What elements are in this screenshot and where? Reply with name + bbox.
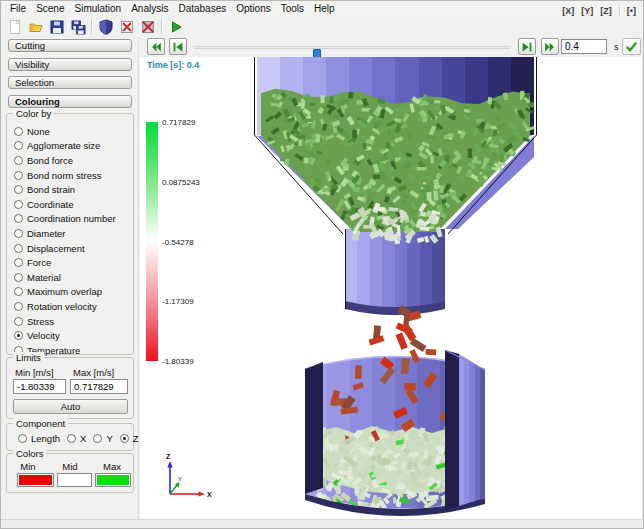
color-by-option-bond-norm-stress[interactable]: Bond norm stress [7,168,133,183]
menu-item-scene[interactable]: Scene [31,2,69,15]
new-file-button[interactable] [4,17,25,36]
color-by-option-bond-force[interactable]: Bond force [7,153,133,168]
component-title: Component [13,418,68,429]
radio-button[interactable] [14,244,23,253]
view-x-button[interactable]: [X] [560,5,576,17]
color-by-option-rotation-velocity[interactable]: Rotation velocity [7,299,133,314]
color-by-option-coordinate[interactable]: Coordinate [7,197,133,212]
radio-button[interactable] [14,127,23,136]
apply-time-button[interactable] [622,38,641,55]
swatch-label-mid: Mid [49,461,91,472]
radio-label: Stress [27,316,54,327]
radio-button[interactable] [14,273,23,282]
color-by-option-agglomerate-size[interactable]: Agglomerate size [7,139,133,154]
radio-button[interactable] [14,302,23,311]
sidebar-section-selection[interactable]: Selection [8,76,132,89]
color-by-option-material[interactable]: Material [7,270,133,285]
radio-button[interactable] [14,200,23,209]
fast-forward-button[interactable] [541,38,559,55]
radio-button[interactable] [93,434,102,443]
view-y-button[interactable]: [Y] [579,5,595,17]
color-swatch-min[interactable] [17,473,54,487]
radio-button[interactable] [14,229,23,238]
fast-backward-button[interactable] [147,38,165,55]
play-button[interactable] [165,17,186,36]
max-limit-input[interactable] [70,379,128,394]
menu-item-databases[interactable]: Databases [173,2,231,15]
menu-item-help[interactable]: Help [309,2,340,15]
menu-item-options[interactable]: Options [231,2,275,15]
component-option-x[interactable]: X [63,432,86,444]
color-by-option-maximum-overlap[interactable]: Maximum overlap [7,285,133,300]
color-by-option-stress[interactable]: Stress [7,314,133,329]
radio-label: Velocity [27,330,60,341]
delete-cross-button[interactable] [116,17,137,36]
radio-button[interactable] [18,434,27,443]
menu-item-tools[interactable]: Tools [276,2,309,15]
component-group: Component LengthXYZ [6,423,134,451]
color-by-option-bond-strain[interactable]: Bond strain [7,182,133,197]
step-forward-button[interactable] [518,38,536,55]
view-z-button[interactable]: [Z] [598,5,614,17]
radio-button[interactable] [14,258,23,267]
shield-button[interactable] [95,17,116,36]
sidebar-section-colouring[interactable]: Colouring [8,95,132,108]
save-button[interactable] [46,17,67,36]
toolbar-separator [161,19,162,34]
view-buttons-separator [619,6,620,17]
radio-button[interactable] [14,141,23,150]
min-limit-input[interactable] [13,379,66,394]
component-option-y[interactable]: Y [89,432,112,444]
radio-label: Z [133,433,139,444]
open-button[interactable] [25,17,46,36]
radio-button[interactable] [14,156,23,165]
color-by-option-force[interactable]: Force [7,255,133,270]
radio-button[interactable] [14,185,23,194]
step-backward-button[interactable] [169,38,187,55]
color-by-option-coordination-number[interactable]: Coordination number [7,212,133,227]
time-input[interactable] [561,39,607,54]
checkmark-icon [624,39,639,54]
radio-button[interactable] [14,317,23,326]
sidebar-section-cutting[interactable]: Cutting [8,39,132,52]
delete-save-button[interactable] [137,17,158,36]
color-by-option-none[interactable]: None [7,124,133,139]
limits-group: Limits Min [m/s] Max [m/s] Auto [6,357,134,419]
color-scale-label: -0.54278 [162,238,194,247]
color-by-option-velocity[interactable]: Velocity [7,328,133,343]
color-by-title: Color by [13,108,54,119]
radio-button[interactable] [14,331,23,340]
radio-label: Agglomerate size [27,140,100,151]
radio-button[interactable] [14,171,23,180]
color-scale-label: 0.0875243 [162,178,200,187]
sidebar-section-visibility[interactable]: Visibility [8,58,132,71]
color-by-option-diameter[interactable]: Diameter [7,226,133,241]
radio-button[interactable] [120,434,129,443]
radio-button[interactable] [14,214,23,223]
toolbar-separator [91,19,92,34]
radio-button[interactable] [14,287,23,296]
component-option-length[interactable]: Length [14,432,60,444]
view-fit-button[interactable]: [•] [625,5,638,17]
swatch-label-max: Max [91,461,133,472]
menu-item-file[interactable]: File [5,2,31,15]
sidebar: CuttingVisibilitySelectionColouring Colo… [1,37,139,519]
auto-limits-button[interactable]: Auto [13,399,128,414]
toolbar [1,16,643,37]
save-icon [49,19,65,35]
simulation-3d-scene[interactable]: ZXY [140,57,642,521]
save-all-button[interactable] [67,17,88,36]
open-icon [28,19,44,35]
radio-button[interactable] [67,434,76,443]
color-swatch-max[interactable] [95,473,131,487]
menu-item-simulation[interactable]: Simulation [69,2,126,15]
menu-item-analysis[interactable]: Analysis [126,2,173,15]
color-scale [146,122,158,361]
component-option-z[interactable]: Z [116,432,139,444]
viewport-3d[interactable]: ZXY Time [s]: 0.4 0.7178290.0875243-0.54… [140,57,642,521]
color-by-option-displacement[interactable]: Displacement [7,241,133,256]
color-by-group: Color by NoneAgglomerate sizeBond forceB… [6,113,134,355]
color-swatch-mid[interactable] [57,473,92,487]
time-slider-track[interactable] [193,46,511,49]
delete-cross-icon [119,19,135,35]
